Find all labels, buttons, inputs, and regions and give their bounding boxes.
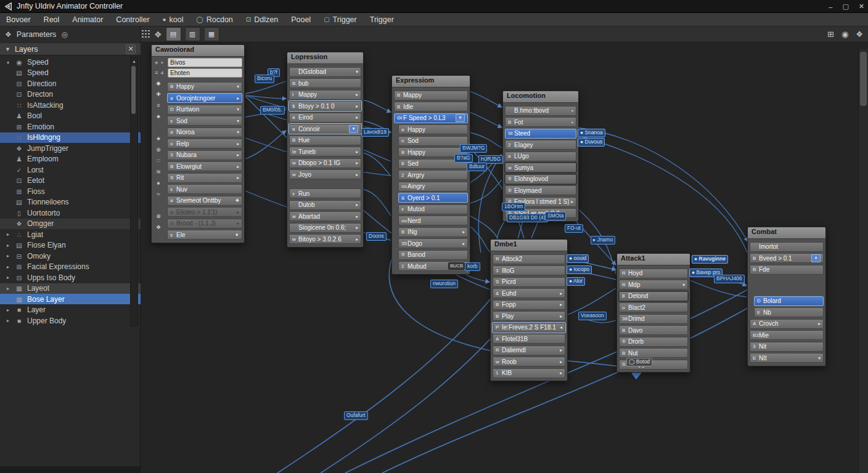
state-row[interactable]: ΘIF Speed > 0.L3▾ bbox=[394, 113, 468, 123]
state-row[interactable]: 2Elagey bbox=[505, 140, 576, 150]
graph-node[interactable]: Attack1● RavuginneRHoyd● Bavep proRMdp▾8… bbox=[616, 253, 690, 373]
transition-badge[interactable]: ● Ravuginne bbox=[692, 255, 728, 264]
state-row[interactable]: BNut bbox=[619, 348, 688, 358]
node-header[interactable]: Dmbe1 bbox=[491, 240, 567, 251]
graph-node[interactable]: CombatImortotBBveed > 0.1▾BFdeDBolardENb… bbox=[747, 227, 826, 366]
state-row[interactable]: RMdp▾ bbox=[619, 280, 688, 289]
state-row[interactable]: BINg▸ bbox=[398, 227, 468, 237]
state-row[interactable]: RHoyd● Bavep pro bbox=[619, 269, 688, 278]
state-row[interactable]: 35Dogo▸ bbox=[398, 238, 468, 248]
node-header[interactable]: Lopression bbox=[287, 52, 363, 64]
state-row[interactable]: BHappy▾ bbox=[167, 82, 242, 92]
state-row[interactable]: IeTuneb▸ bbox=[289, 147, 361, 156]
transition-label[interactable]: Bicoru bbox=[255, 75, 274, 83]
state-row[interactable]: RAttock2● oouid bbox=[493, 254, 565, 264]
state-row[interactable]: ENIt▾ bbox=[750, 353, 824, 363]
state-row[interactable]: 3Nubara▸ bbox=[167, 150, 242, 160]
state-row[interactable]: AFlotel31B bbox=[493, 334, 565, 344]
state-row[interactable]: BIdle bbox=[394, 102, 468, 111]
transition-label[interactable]: Voeasoon bbox=[578, 312, 607, 320]
state-row[interactable]: oSod bbox=[398, 136, 468, 146]
dropdown-icon[interactable]: ▾ bbox=[349, 125, 358, 133]
state-row[interactable]: wSumya bbox=[505, 163, 576, 172]
state-row[interactable]: Dutob▸ bbox=[289, 200, 361, 210]
state-row[interactable]: wAbartad▸ bbox=[289, 211, 361, 221]
state-row[interactable]: ENb bbox=[754, 307, 824, 317]
transition-label[interactable]: nwurotiun bbox=[430, 280, 458, 288]
graph-node[interactable]: LocomotionB.hmo:tbovd▪BFot▪StSteed● Snan… bbox=[502, 91, 579, 222]
state-row[interactable]: aElioteo > 1.1'1)▸ bbox=[167, 207, 242, 217]
transition-label[interactable]: ▸ Jnamo bbox=[591, 236, 615, 245]
state-row[interactable]: StSteed● Snanoa● Duvous bbox=[505, 129, 576, 139]
state-row[interactable]: wRoob▸ bbox=[493, 357, 565, 366]
transition-label[interactable]: B?aG bbox=[454, 154, 473, 163]
graph-scrollbar[interactable] bbox=[858, 49, 868, 473]
transition-badge[interactable]: ● Alor bbox=[567, 277, 585, 286]
node-header[interactable]: Attack1● Ravuginne bbox=[617, 254, 690, 265]
graph-scroll-thumb[interactable] bbox=[860, 52, 867, 106]
node-header[interactable]: Locomotion bbox=[503, 91, 578, 103]
state-row[interactable]: B3Mie bbox=[750, 330, 824, 340]
state-row[interactable]: aLUgo bbox=[505, 152, 576, 161]
state-row[interactable]: 2MubudBUCB bbox=[398, 261, 468, 271]
transition-label[interactable]: 1BOHm bbox=[502, 203, 525, 211]
state-row[interactable]: aOorojntcngoer▸ bbox=[167, 93, 242, 103]
state-row[interactable]: wBitoyo > 3.0.2.6▸ bbox=[289, 234, 361, 244]
transition-label[interactable]: ◯ Botod bbox=[626, 358, 652, 366]
state-row[interactable]: DRurtwon▾ bbox=[167, 105, 242, 115]
state-row[interactable]: 3IlloG● Iocopo bbox=[493, 265, 565, 275]
transition-label[interactable]: Doons bbox=[366, 232, 387, 241]
state-row[interactable]: DBolard bbox=[754, 296, 824, 306]
param-input[interactable]: Ehoten bbox=[168, 68, 242, 78]
state-row[interactable]: BDavo bbox=[619, 325, 688, 335]
dropdown-icon[interactable]: ▾ bbox=[456, 114, 465, 122]
state-row[interactable]: Siogicene 0n 0.6;▸ bbox=[289, 223, 361, 233]
state-row[interactable]: BFot▪ bbox=[505, 117, 576, 127]
state-row[interactable]: BHue bbox=[289, 135, 361, 145]
transition-label[interactable]: Lavoidt19 bbox=[361, 128, 389, 137]
state-row[interactable]: ®Eloymaed bbox=[505, 185, 576, 195]
state-row[interactable]: BMappy bbox=[394, 91, 468, 100]
transition-label[interactable]: Bdtuur bbox=[467, 163, 487, 171]
state-row[interactable]: aEirod▸ bbox=[289, 113, 361, 123]
state-row[interactable]: xRun bbox=[289, 188, 361, 198]
state-row[interactable]: BElowrgiut▸ bbox=[167, 161, 242, 171]
node-header[interactable]: Expressiom bbox=[392, 76, 470, 87]
state-row[interactable]: &Euhd▸ bbox=[493, 288, 565, 298]
state-row[interactable]: oRelp▸ bbox=[167, 139, 242, 148]
state-row[interactable]: BPlay▸ bbox=[493, 311, 565, 321]
state-row[interactable]: SPicrd● Alor bbox=[493, 277, 565, 287]
graph-canvas[interactable]: Cawooiorade ×Bivos≡ 4Ehoten◆✚≡♣★⊕∷≋♠≈⊗❖B… bbox=[0, 0, 868, 473]
transition-label[interactable]: FO-ut bbox=[565, 224, 583, 233]
state-row[interactable]: ACrovch▸ bbox=[750, 319, 824, 329]
state-row[interactable]: 38Drimd bbox=[619, 314, 688, 324]
state-row[interactable]: Imortot bbox=[750, 242, 824, 252]
graph-node[interactable]: Cawooiorade ×Bivos≡ 4Ehoten◆✚≡♣★⊕∷≋♠≈⊗❖B… bbox=[151, 44, 245, 243]
state-row[interactable]: ®Banod bbox=[398, 250, 468, 260]
state-row[interactable]: ooAingry bbox=[398, 182, 468, 192]
state-row[interactable]: SBrood - (1.1 J)▸ bbox=[167, 219, 242, 228]
state-row[interactable]: aConnoir▾ bbox=[289, 124, 361, 134]
state-row[interactable]: BFde bbox=[750, 265, 824, 275]
state-row[interactable]: RDaliemdl▸ bbox=[493, 346, 565, 355]
state-row[interactable]: BFopp▸ bbox=[493, 300, 565, 310]
transition-label[interactable]: korb bbox=[465, 262, 480, 271]
state-row[interactable]: DGstobad▾ bbox=[289, 67, 361, 77]
graph-node[interactable]: ExpressiomBMappyBIdleΘIF Speed > 0.L3▾aH… bbox=[391, 75, 470, 275]
state-row[interactable]: sNuv bbox=[167, 184, 242, 194]
state-row[interactable]: uBlact2 bbox=[619, 302, 688, 312]
transition-label[interactable]: BPHAJ406 bbox=[714, 275, 745, 283]
transition-label[interactable]: BM0/05. bbox=[260, 106, 285, 115]
state-row[interactable]: ®Drorb bbox=[619, 337, 688, 347]
state-row[interactable]: PIe:Freves.2 S F18.1◂ bbox=[493, 323, 565, 333]
state-row[interactable]: 1KIB▸ bbox=[493, 368, 565, 378]
node-header[interactable]: Cawooiorad bbox=[152, 45, 244, 57]
transition-badge[interactable]: ● Duvous bbox=[578, 138, 605, 147]
node-header[interactable]: Combat bbox=[748, 227, 825, 239]
state-row[interactable]: 3Nit bbox=[750, 342, 824, 352]
transition-label[interactable]: Oufafurt bbox=[344, 411, 368, 420]
state-row[interactable]: aHappy bbox=[398, 124, 468, 134]
transition-label[interactable]: SMOta bbox=[545, 212, 566, 220]
state-row[interactable]: ooNerd bbox=[398, 216, 468, 225]
state-row[interactable]: B.bub bbox=[289, 78, 361, 88]
